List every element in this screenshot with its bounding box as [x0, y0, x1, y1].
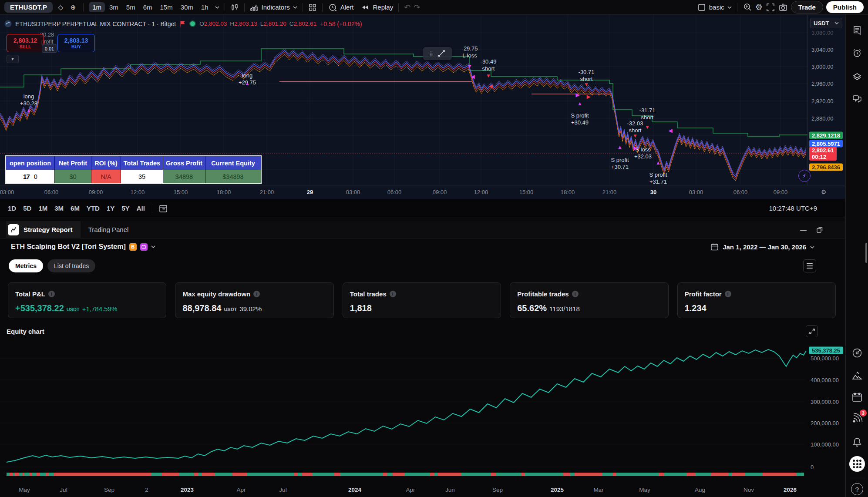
clock-utc[interactable]: 10:27:48 UTC+9: [769, 205, 818, 212]
range-3m[interactable]: 3M: [54, 205, 64, 212]
radar-screener-icon[interactable]: [851, 347, 863, 359]
watchlist-icon[interactable]: [852, 25, 862, 36]
axis-settings-gear-icon[interactable]: ⚙: [821, 188, 827, 195]
price-scale[interactable]: USDT 3,080.003,040.003,000.002,960.002,9…: [807, 15, 845, 185]
alert-button[interactable]: Alert: [340, 3, 354, 11]
replay-button[interactable]: Replay: [373, 3, 393, 11]
timeframe-15m[interactable]: 15m: [157, 2, 176, 12]
trade-result-segment: [334, 473, 340, 476]
time-label: 06:00: [733, 189, 748, 195]
expand-equity-chart-icon[interactable]: [806, 325, 818, 337]
equity-month-label: May: [639, 487, 650, 493]
range-5y[interactable]: 5Y: [121, 205, 129, 212]
layout-select-icon[interactable]: [697, 3, 706, 12]
chart-symbol-title[interactable]: ETHUSDTPERP PERPETUAL MIX CONTRACT · 1 ·…: [15, 20, 176, 27]
sell-button[interactable]: 2,803.12 SELL: [7, 34, 44, 52]
info-icon[interactable]: i: [253, 291, 260, 297]
range-1y[interactable]: 1Y: [107, 205, 114, 212]
maximize-icon[interactable]: [816, 226, 823, 233]
order-panel: 2,803.12 SELL 0.01 2,803.13 BUY: [7, 34, 95, 52]
trendline-tool-icon[interactable]: [437, 49, 446, 58]
flag-icon[interactable]: [179, 20, 186, 27]
price-label: 3,000.00: [811, 64, 834, 70]
timeframe-1m[interactable]: 1m: [89, 2, 105, 12]
info-icon[interactable]: i: [725, 291, 731, 297]
quick-search-icon[interactable]: [743, 3, 752, 12]
apps-grid-icon[interactable]: [849, 456, 865, 472]
chat-icon[interactable]: [852, 94, 862, 104]
range-1m[interactable]: 1M: [38, 205, 47, 212]
report-menu-icon[interactable]: [803, 259, 816, 272]
indicators-button[interactable]: Indicators: [262, 3, 290, 11]
help-icon[interactable]: ?: [851, 483, 863, 495]
chevron-down-icon[interactable]: [151, 245, 155, 249]
bell-icon[interactable]: [851, 436, 863, 447]
trade-result-segment: [563, 473, 570, 476]
replay-icon[interactable]: [361, 3, 370, 12]
drawing-toolbar[interactable]: ⣿: [423, 47, 452, 60]
trade-result-segment: [54, 473, 151, 476]
collapse-order-panel-button[interactable]: ▾: [7, 55, 19, 63]
main-chart-region[interactable]: ETHUSDTPERP PERPETUAL MIX CONTRACT · 1 ·…: [0, 15, 845, 199]
range-5d[interactable]: 5D: [23, 205, 31, 212]
settings-gear-icon[interactable]: ⚙: [755, 2, 763, 12]
buy-button[interactable]: 2,803.13 BUY: [57, 34, 95, 52]
chevron-down-icon[interactable]: [215, 5, 219, 10]
backtest-date-range[interactable]: Jan 1, 2022 — Jan 30, 2026: [710, 243, 814, 251]
metric-label: Total tradesi: [350, 290, 494, 298]
candles-icon[interactable]: [230, 3, 239, 12]
price-unit-dropdown[interactable]: USDT: [810, 18, 842, 28]
symbol-info-icon[interactable]: ◇: [56, 3, 65, 12]
price-badge: 2,829.1218: [809, 132, 843, 139]
drag-handle-icon[interactable]: ⣿: [429, 52, 433, 56]
fullscreen-icon[interactable]: [766, 3, 775, 12]
economic-calendar-icon[interactable]: [851, 392, 863, 403]
redo-icon[interactable]: ↷: [414, 3, 420, 12]
chevron-down-icon[interactable]: [727, 5, 732, 10]
timeframe-3m[interactable]: 3m: [106, 2, 122, 12]
toolbar-right: basic ⚙ Trade Publish: [697, 1, 864, 13]
tab-strategy-report[interactable]: Strategy Report: [6, 221, 81, 238]
equity-curve-canvas[interactable]: [0, 344, 807, 468]
publish-button[interactable]: Publish: [826, 1, 864, 13]
trade-marker-down: ▼: [486, 73, 491, 79]
range-all[interactable]: All: [137, 205, 145, 212]
news-broadcast-icon[interactable]: 3: [851, 413, 863, 424]
timeframe-6m[interactable]: 6m: [140, 2, 156, 12]
layers-icon[interactable]: [852, 71, 862, 82]
tab-metrics[interactable]: Metrics: [9, 259, 43, 272]
info-icon[interactable]: i: [48, 291, 55, 297]
range-6m[interactable]: 6M: [71, 205, 80, 212]
trade-result-segment: [732, 473, 745, 476]
symbol-button[interactable]: ETHUSDT.P: [4, 2, 53, 13]
alert-clock-icon[interactable]: [328, 3, 337, 12]
add-symbol-icon[interactable]: ⊕: [68, 3, 78, 12]
timeframe-5m[interactable]: 5m: [123, 2, 139, 12]
info-icon[interactable]: i: [390, 291, 396, 297]
alerts-clock-icon[interactable]: [852, 48, 862, 58]
metric-extra: +1,784.59%: [82, 305, 118, 312]
time-axis[interactable]: 03:0006:0009:0012:0015:0018:0021:002903:…: [0, 185, 845, 199]
scrollbar-thumb[interactable]: [865, 243, 867, 263]
chevron-down-icon[interactable]: [293, 5, 297, 10]
minimize-icon[interactable]: —: [800, 226, 807, 233]
timeframe-1h[interactable]: 1h: [198, 2, 212, 12]
trade-button[interactable]: Trade: [791, 1, 823, 13]
table-cell: 35: [121, 170, 163, 183]
grid-layout-icon[interactable]: [308, 3, 317, 12]
undo-icon[interactable]: ↶: [404, 3, 410, 12]
timeframe-30m[interactable]: 30m: [177, 2, 197, 12]
layout-name-button[interactable]: basic: [709, 3, 724, 11]
tradingview-logo: 17: [23, 173, 30, 180]
indicators-icon[interactable]: [250, 3, 259, 12]
time-label: 09:00: [774, 189, 788, 195]
range-ytd[interactable]: YTD: [87, 205, 100, 212]
go-to-date-icon[interactable]: [158, 204, 168, 213]
boost-lightning-icon[interactable]: ⚡: [798, 170, 811, 182]
tab-trading-panel[interactable]: Trading Panel: [81, 221, 137, 238]
camera-icon[interactable]: [778, 3, 788, 12]
heatmap-mountains-icon[interactable]: [851, 371, 863, 382]
tab-list-of-trades[interactable]: List of trades: [47, 259, 95, 272]
range-1d[interactable]: 1D: [8, 205, 16, 212]
info-icon[interactable]: i: [572, 291, 579, 297]
